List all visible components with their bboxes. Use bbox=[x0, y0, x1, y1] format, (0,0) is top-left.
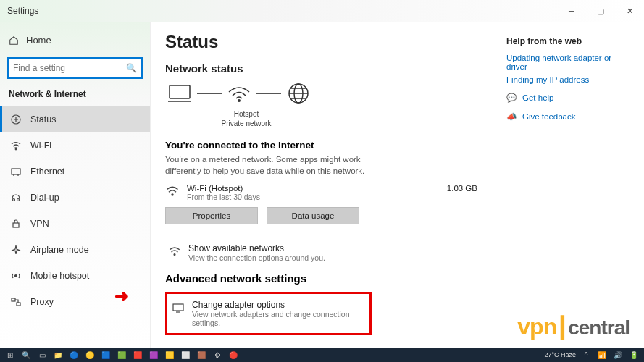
home-icon bbox=[9, 35, 19, 46]
airplane-icon bbox=[10, 244, 22, 256]
change-adapter-row[interactable]: Change adapter options View network adap… bbox=[172, 300, 365, 327]
window-body: Home 🔍 Network & Internet Status Wi-Fi E bbox=[0, 22, 644, 348]
help-title: Help from the web bbox=[506, 36, 630, 46]
nav-airplane[interactable]: Airplane mode bbox=[0, 237, 150, 263]
usage-row: Wi-Fi (Hotspot) From the last 30 days 1.… bbox=[165, 184, 506, 201]
get-help-link[interactable]: 💬 Get help bbox=[506, 93, 630, 103]
nav-vpn[interactable]: VPN bbox=[0, 211, 150, 237]
search-input[interactable] bbox=[13, 63, 126, 73]
dialup-icon bbox=[10, 192, 22, 203]
svg-point-4 bbox=[17, 199, 20, 201]
network-diagram bbox=[165, 82, 506, 105]
tray-wifi-icon[interactable]: 📶 bbox=[596, 349, 608, 361]
properties-button[interactable]: Properties bbox=[165, 207, 258, 224]
settings-window: Settings ─ ▢ ✕ Home 🔍 Network & Internet bbox=[0, 0, 644, 348]
proxy-icon bbox=[10, 296, 22, 308]
taskbar-left: ⊞ 🔍 ▭ 📁 🔵 🟡 🟦 🟩 🟥 🟪 🟨 ⬜ 🟫 ⚙ 🔴 bbox=[4, 349, 239, 361]
minimize-button[interactable]: ─ bbox=[557, 0, 586, 22]
svg-rect-9 bbox=[170, 85, 190, 98]
status-icon bbox=[10, 114, 22, 125]
sharing-center-row[interactable]: Network and Sharing Center For the netwo… bbox=[165, 342, 506, 348]
svg-point-10 bbox=[238, 100, 240, 101]
help-link-ip[interactable]: Finding my IP address bbox=[506, 75, 630, 84]
chrome-icon[interactable]: 🟡 bbox=[84, 349, 96, 361]
svg-rect-8 bbox=[17, 303, 20, 306]
help-link-adapter[interactable]: Updating network adapter or driver bbox=[506, 54, 630, 71]
page-title: Status bbox=[165, 32, 506, 52]
highlight-annotation: Change adapter options View network adap… bbox=[165, 292, 372, 335]
hotspot-icon bbox=[10, 270, 22, 282]
app-icon[interactable]: ⚙ bbox=[212, 349, 223, 361]
app-icon[interactable]: 🟨 bbox=[164, 349, 175, 361]
ethernet-icon bbox=[10, 166, 22, 177]
tray-chevron-icon[interactable]: ^ bbox=[580, 349, 592, 361]
nav-status[interactable]: Status bbox=[0, 106, 150, 132]
adapter-icon bbox=[172, 301, 185, 314]
search-box[interactable]: 🔍 bbox=[7, 57, 143, 79]
arrow-annotation: ➜ bbox=[114, 286, 129, 306]
show-networks-title: Show available networks bbox=[188, 243, 325, 253]
usage-sub: From the last 30 days bbox=[187, 193, 440, 201]
wifi-list-icon bbox=[168, 245, 181, 258]
svg-point-1 bbox=[15, 148, 17, 150]
wifi-small-icon bbox=[165, 184, 180, 198]
section-title: Network & Internet bbox=[0, 89, 150, 106]
svg-point-6 bbox=[15, 275, 17, 277]
nav-label: Status bbox=[30, 114, 56, 125]
app-icon[interactable]: 🟫 bbox=[196, 349, 207, 361]
explorer-icon[interactable]: 📁 bbox=[52, 349, 64, 361]
adapter-sub: View network adapters and change connect… bbox=[192, 310, 365, 327]
connected-desc: You're on a metered network. Some apps m… bbox=[165, 153, 368, 177]
feedback-icon: 📣 bbox=[506, 111, 517, 122]
give-feedback-link[interactable]: 📣 Give feedback bbox=[506, 111, 630, 122]
home-label: Home bbox=[26, 35, 51, 46]
taskbar-right: 27°C Haze ^ 📶 🔊 🔋 bbox=[544, 349, 640, 361]
main-content: Status Network status Hotspot Private ne… bbox=[151, 22, 644, 348]
close-button[interactable]: ✕ bbox=[615, 0, 644, 22]
watermark: vpn┃central bbox=[517, 313, 630, 340]
taskbar[interactable]: ⊞ 🔍 ▭ 📁 🔵 🟡 🟦 🟩 🟥 🟪 🟨 ⬜ 🟫 ⚙ 🔴 27°C Haze … bbox=[0, 348, 644, 362]
nav-label: Airplane mode bbox=[30, 245, 89, 255]
show-networks-row[interactable]: Show available networks View the connect… bbox=[165, 239, 506, 266]
app-icon[interactable]: 🟦 bbox=[100, 349, 112, 361]
svg-rect-7 bbox=[12, 298, 15, 301]
svg-rect-15 bbox=[173, 304, 183, 311]
nav-ethernet[interactable]: Ethernet bbox=[0, 159, 150, 185]
nav-label: Mobile hotspot bbox=[30, 271, 89, 281]
start-button[interactable]: ⊞ bbox=[4, 349, 16, 361]
search-icon: 🔍 bbox=[126, 63, 137, 73]
svg-point-14 bbox=[174, 254, 175, 256]
app-icon[interactable]: ⬜ bbox=[180, 349, 191, 361]
nav-wifi[interactable]: Wi-Fi bbox=[0, 132, 150, 159]
wifi-icon bbox=[10, 140, 22, 151]
app-icon[interactable]: 🔴 bbox=[227, 349, 239, 361]
app-icon[interactable]: 🟪 bbox=[148, 349, 159, 361]
window-title: Settings bbox=[7, 6, 38, 16]
svg-point-3 bbox=[13, 199, 15, 201]
nav-label: Dial-up bbox=[30, 193, 59, 203]
weather-widget[interactable]: 27°C Haze bbox=[544, 351, 576, 358]
edge-icon[interactable]: 🔵 bbox=[68, 349, 80, 361]
tray-volume-icon[interactable]: 🔊 bbox=[612, 349, 624, 361]
help-icon: 💬 bbox=[506, 93, 517, 103]
globe-icon bbox=[284, 82, 313, 105]
maximize-button[interactable]: ▢ bbox=[586, 0, 615, 22]
tray-battery-icon[interactable]: 🔋 bbox=[628, 349, 640, 361]
app-icon[interactable]: 🟥 bbox=[132, 349, 143, 361]
titlebar: Settings ─ ▢ ✕ bbox=[0, 0, 644, 22]
data-usage-button[interactable]: Data usage bbox=[267, 207, 359, 224]
search-taskbar-icon[interactable]: 🔍 bbox=[20, 349, 32, 361]
wifi-signal-icon bbox=[225, 82, 254, 105]
svg-rect-5 bbox=[13, 223, 19, 227]
home-button[interactable]: Home bbox=[0, 30, 150, 50]
app-icon[interactable]: 🟩 bbox=[116, 349, 127, 361]
show-networks-sub: View the connection options around you. bbox=[188, 253, 325, 262]
connected-title: You're connected to the Internet bbox=[165, 140, 506, 151]
diagram-line bbox=[256, 93, 281, 94]
nav-hotspot[interactable]: Mobile hotspot bbox=[0, 263, 150, 289]
nav-label: Proxy bbox=[30, 297, 54, 307]
diagram-line bbox=[197, 93, 222, 94]
network-status-heading: Network status bbox=[165, 62, 506, 75]
nav-dialup[interactable]: Dial-up bbox=[0, 185, 150, 211]
taskview-icon[interactable]: ▭ bbox=[36, 349, 48, 361]
